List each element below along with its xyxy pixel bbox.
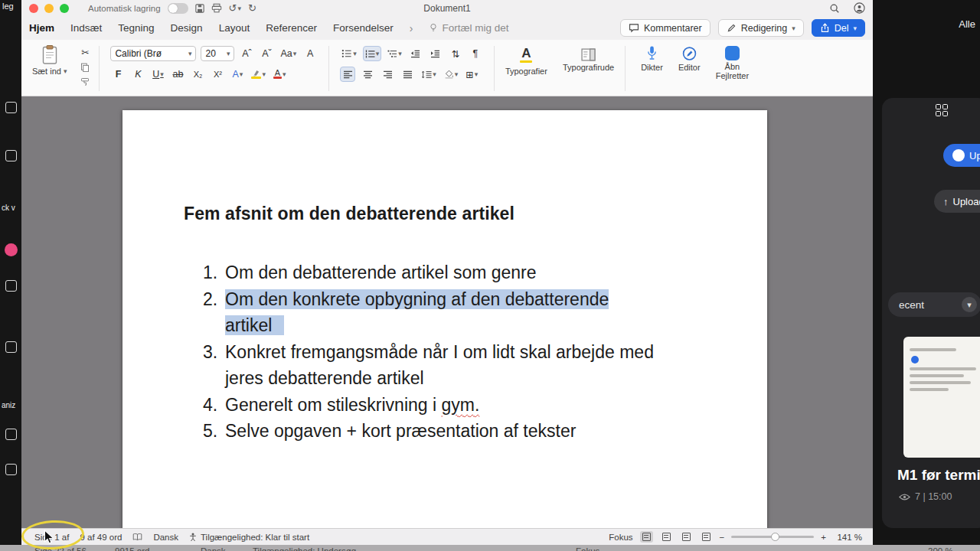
editing-label: Redigering [741,23,787,34]
editor-button[interactable]: Editor [674,43,705,94]
web-layout-view-button[interactable] [660,531,673,543]
grow-font-button[interactable]: Aˆ [239,46,254,61]
feedback-button[interactable]: Åbn Fejlretter [711,43,753,94]
upload-arrow-icon: ↑ [943,196,949,207]
styles-button[interactable]: A Typografier [501,43,552,94]
share-button[interactable]: Del ▾ [812,19,865,37]
align-center-button[interactable] [360,67,375,82]
upgrade-button[interactable]: Upc [943,144,980,167]
sidebar-icon[interactable] [5,464,17,475]
record-dot-icon[interactable] [5,243,18,256]
tab-overflow-chevron[interactable]: › [410,22,413,34]
bullets-button[interactable]: ▾ [340,46,358,61]
superscript-button[interactable]: X² [210,67,225,82]
numbering-button[interactable]: ▾ [363,46,382,61]
outline-view-button[interactable] [680,531,693,543]
tab-forsendelser[interactable]: Forsendelser [333,22,394,34]
all-filter[interactable]: Alle [959,18,975,30]
text-effects-button[interactable]: A▾ [230,67,245,82]
video-title[interactable]: M1 før termin [897,467,980,484]
paintbrush-icon [80,77,90,86]
shrink-font-button[interactable]: Aˇ [259,46,274,61]
tab-design[interactable]: Design [171,22,203,34]
italic-button[interactable]: K [130,67,145,82]
align-left-button[interactable] [340,67,355,82]
editing-mode-button[interactable]: Redigering ▾ [718,19,804,37]
font-size-select[interactable]: 20 ▾ [201,46,234,61]
sidebar-icon[interactable] [5,280,17,292]
tab-indsaet[interactable]: Indsæt [70,22,102,34]
dictate-button[interactable]: Dikter [636,43,668,94]
search-icon[interactable] [829,3,840,14]
show-formatting-button[interactable]: ¶ [468,46,483,61]
tab-hjem[interactable]: Hjem [29,22,54,34]
grid-view-icon[interactable] [936,104,948,116]
subscript-button[interactable]: X₂ [190,67,205,82]
titlebar: Automatisk lagring ↺▾ ↻ Dokument1 [21,0,873,16]
sort-button[interactable]: ⇅ [448,46,463,61]
tab-tegning[interactable]: Tegning [118,22,154,34]
justify-button[interactable] [400,67,415,82]
language-indicator[interactable]: Dansk [153,533,178,542]
list-item[interactable]: 4. Generelt om stileskrivning i gym. [203,392,706,419]
change-case-button[interactable]: Aa▾ [279,46,298,61]
comments-button[interactable]: Kommentarer [620,19,710,37]
format-painter-button[interactable] [77,75,93,90]
book-icon [132,533,142,541]
draft-view-button[interactable] [700,531,713,543]
recent-dropdown[interactable]: ecent ▾ [888,292,980,317]
strikethrough-button[interactable]: ab [170,67,185,82]
comments-label: Kommentarer [644,23,702,34]
upload-button[interactable]: ↑ Upload [934,190,980,213]
zoom-out-button[interactable]: − [720,533,725,542]
list-number: 1. [203,259,220,286]
list-text: jeres debatterende artikel [225,365,654,392]
line-spacing-button[interactable]: ▾ [420,67,438,82]
list-number: 3. [203,339,220,392]
styles-pane-button[interactable]: Typografirude [558,43,619,94]
borders-button[interactable]: ⊞▾ [464,67,479,82]
paste-button[interactable]: Sæt ind▾ [28,43,71,94]
list-text: Generelt om stileskrivning i [225,395,442,415]
list-item[interactable]: 1. Om den debatterende artikel som genre [203,259,706,286]
page[interactable]: Fem afsnit om den debatterende artikel 1… [122,110,767,528]
font-name-select[interactable]: Calibri (Brø ▾ [110,46,196,61]
focus-mode-button[interactable]: Fokus [609,533,632,542]
tab-referencer[interactable]: Referencer [266,22,317,34]
sidebar-icon[interactable] [5,341,17,353]
list-item[interactable]: 3. Konkret fremgangsmåde når I om lidt s… [203,339,706,392]
sidebar-icon[interactable] [5,150,17,161]
recent-label: ecent [899,299,924,311]
word-count-indicator[interactable]: 9 af 49 ord [80,533,122,542]
account-icon[interactable] [854,2,865,14]
highlight-color-button[interactable]: ▾ [250,67,267,82]
decrease-indent-button[interactable] [408,46,423,61]
clear-formatting-button[interactable]: A [302,46,318,61]
sidebar-icon[interactable] [5,429,17,440]
zoom-slider[interactable] [731,536,814,538]
align-right-button[interactable] [380,67,395,82]
selected-text: Om den konkrete opbygning af den debatte… [225,289,609,309]
zoom-in-button[interactable]: + [821,533,826,542]
underline-button[interactable]: U▾ [150,67,165,82]
list-item[interactable]: 2. Om den konkrete opbygning af den deba… [203,286,706,339]
multilevel-list-button[interactable]: ▾ [386,46,403,61]
outdent-icon [410,50,420,58]
sidebar-icon[interactable] [5,102,17,113]
cut-button[interactable]: ✂ [77,45,93,60]
bold-button[interactable]: F [110,67,126,82]
accessibility-indicator[interactable]: Tilgængelighed: Klar til start [189,533,309,542]
shading-button[interactable]: ▾ [443,67,460,82]
bg-zoom: 200 % [928,546,953,551]
increase-indent-button[interactable] [428,46,443,61]
video-thumbnail[interactable] [903,337,980,458]
zoom-slider-knob[interactable] [771,533,779,541]
copy-button[interactable] [77,60,93,74]
proofing-indicator[interactable] [132,533,142,541]
print-layout-view-button[interactable] [640,531,653,543]
font-color-button[interactable]: A ▾ [272,67,288,82]
tab-layout[interactable]: Layout [219,22,250,34]
zoom-percent[interactable]: 141 % [833,533,862,542]
list-item[interactable]: 5. Selve opgaven + kort præsentation af … [203,418,706,445]
tell-me-search[interactable]: Fortæl mig det [429,22,508,34]
